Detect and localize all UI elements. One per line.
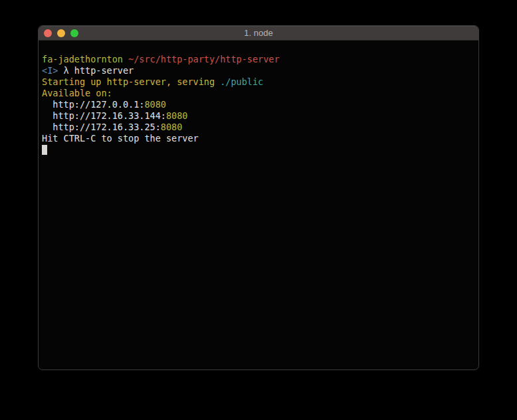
startup-message: Starting up http-server, serving xyxy=(42,76,220,87)
terminal-line: fa-jadethornton ~/src/http-party/http-se… xyxy=(42,54,475,65)
terminal-line: http://127.0.0.1:8080 xyxy=(42,99,475,110)
server-url: http://172.16.33.25: xyxy=(42,122,161,132)
serve-directory: ./public xyxy=(220,76,263,87)
window-titlebar[interactable]: 1. node xyxy=(39,26,478,41)
terminal-line: Hit CTRL-C to stop the server xyxy=(42,133,475,144)
terminal-line: http://172.16.33.144:8080 xyxy=(42,110,475,122)
terminal-line: http://172.16.33.25:8080 xyxy=(42,122,475,133)
terminal-line: <I> λ http-server xyxy=(42,65,475,76)
prompt-host: fa-jadethornton xyxy=(42,54,123,64)
terminal-line: Starting up http-server, serving ./publi… xyxy=(42,76,475,88)
close-button[interactable] xyxy=(44,29,52,37)
terminal-window: 1. node fa-jadethornton ~/src/http-party… xyxy=(38,25,479,370)
server-port: 8080 xyxy=(166,110,188,121)
prompt-marker: <I> xyxy=(42,65,58,76)
server-port: 8080 xyxy=(144,99,166,110)
zoom-button[interactable] xyxy=(70,29,78,37)
command-text: λ http-server xyxy=(58,65,134,76)
server-url: http://172.16.33.144: xyxy=(42,110,166,121)
terminal-output[interactable]: fa-jadethornton ~/src/http-party/http-se… xyxy=(39,41,478,156)
window-controls xyxy=(44,26,78,40)
server-url: http://127.0.0.1: xyxy=(42,99,144,110)
server-port: 8080 xyxy=(161,122,183,132)
minimize-button[interactable] xyxy=(57,29,65,37)
terminal-cursor xyxy=(42,145,47,155)
terminal-line xyxy=(42,144,475,156)
stop-hint: Hit CTRL-C to stop the server xyxy=(42,133,199,144)
prompt-path: ~/src/http-party/http-server xyxy=(123,54,280,64)
available-on-label: Available on: xyxy=(42,88,112,98)
window-title: 1. node xyxy=(244,28,272,38)
terminal-line: Available on: xyxy=(42,88,475,99)
